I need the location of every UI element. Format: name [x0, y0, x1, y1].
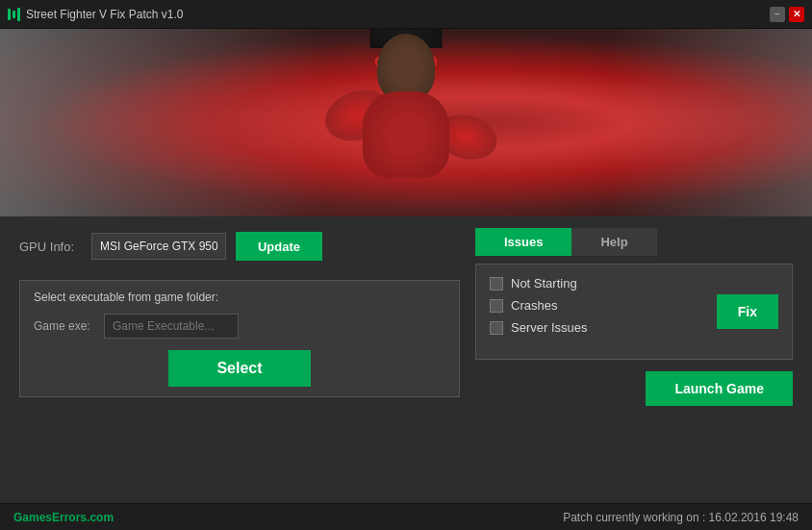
game-exe-input[interactable]: [104, 314, 239, 339]
select-btn-row: Select: [34, 350, 445, 387]
issue-label-crashes: Crashes: [511, 298, 557, 313]
app-icon: [8, 8, 20, 21]
right-panel: Issues Help Not Starting Crashes Server …: [475, 228, 793, 406]
issue-label-server-issues: Server Issues: [511, 320, 587, 335]
close-button[interactable]: ✕: [789, 7, 804, 22]
game-exe-label: Game exe:: [34, 319, 96, 333]
fix-button[interactable]: Fix: [717, 294, 778, 329]
gpu-input[interactable]: [91, 233, 226, 260]
minimize-button[interactable]: −: [770, 7, 785, 22]
select-box-title: Select executable from game folder:: [34, 290, 445, 304]
footer: GamesErrors.com Patch currently working …: [0, 503, 812, 530]
tabs-row: Issues Help: [475, 228, 793, 256]
checkbox-server-issues[interactable]: [490, 321, 503, 335]
select-button[interactable]: Select: [168, 350, 310, 387]
window-title: Street Fighter V Fix Patch v1.0: [26, 8, 183, 21]
window-controls: − ✕: [770, 7, 804, 22]
gpu-label: GPU Info:: [19, 240, 82, 254]
footer-status: Patch currently working on : 16.02.2016 …: [563, 511, 799, 524]
issue-label-not-starting: Not Starting: [511, 276, 577, 290]
tab-issues[interactable]: Issues: [475, 228, 571, 256]
banner-image: [0, 29, 812, 216]
update-button[interactable]: Update: [236, 232, 322, 261]
left-panel: GPU Info: Update Select executable from …: [19, 228, 460, 406]
footer-brand: GamesErrors.com: [13, 511, 114, 524]
launch-game-button[interactable]: Launch Game: [646, 371, 793, 406]
launch-row: Launch Game: [475, 371, 793, 406]
tab-help[interactable]: Help: [571, 228, 656, 256]
main-content: GPU Info: Update Select executable from …: [0, 216, 812, 417]
title-bar-left: Street Fighter V Fix Patch v1.0: [8, 8, 183, 21]
game-exe-row: Game exe:: [34, 314, 445, 339]
checkbox-not-starting[interactable]: [490, 277, 503, 290]
title-bar: Street Fighter V Fix Patch v1.0 − ✕: [0, 0, 812, 29]
issue-row-not-starting: Not Starting: [490, 276, 778, 290]
issues-box: Not Starting Crashes Server Issues Fix: [475, 264, 793, 360]
gpu-row: GPU Info: Update: [19, 232, 460, 261]
select-box: Select executable from game folder: Game…: [19, 280, 460, 397]
checkbox-crashes[interactable]: [490, 299, 503, 313]
